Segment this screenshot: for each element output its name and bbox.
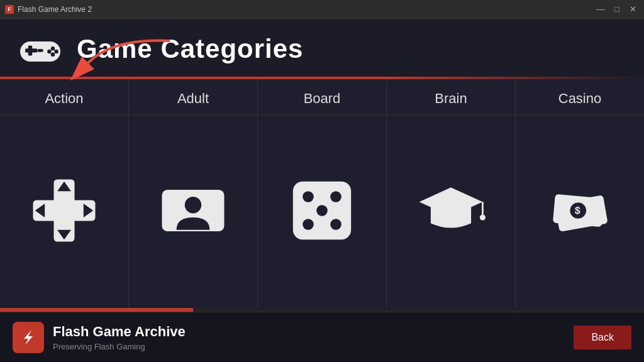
bottom-text: Flash Game Archive Preserving Flash Gami…: [53, 324, 186, 351]
svg-point-5: [54, 50, 58, 53]
window-title: Flash Game Archive 2: [18, 5, 92, 14]
page-title: Game Categories: [77, 34, 303, 64]
svg-point-20: [316, 205, 328, 216]
header: Game Categories: [0, 19, 644, 77]
svg-marker-23: [419, 187, 483, 216]
title-bar: F Flash Game Archive 2 — □ ✕: [0, 0, 644, 19]
title-bar-left: F Flash Game Archive 2: [5, 5, 92, 14]
category-action-label: Action: [0, 79, 128, 115]
svg-text:$: $: [574, 204, 581, 216]
svg-rect-2: [28, 45, 32, 55]
category-casino[interactable]: Casino $: [516, 79, 644, 308]
minimize-button[interactable]: —: [594, 5, 607, 13]
svg-point-22: [330, 219, 341, 230]
title-bar-controls: — □ ✕: [594, 5, 639, 13]
category-adult-label: Adult: [129, 79, 257, 115]
svg-point-21: [303, 219, 314, 230]
app-icon: F: [5, 5, 14, 14]
close-button[interactable]: ✕: [627, 5, 639, 13]
svg-point-4: [47, 50, 51, 53]
category-brain[interactable]: Brain: [387, 79, 516, 308]
flash-logo-icon: [13, 322, 44, 353]
category-brain-label: Brain: [387, 79, 515, 115]
dpad-icon: [30, 176, 99, 248]
controller-icon: [15, 30, 65, 68]
svg-point-6: [51, 53, 55, 57]
categories-grid: Action Adult: [0, 79, 644, 308]
maximize-button[interactable]: □: [612, 5, 622, 13]
category-casino-icon-area: $: [535, 115, 625, 308]
svg-point-3: [51, 47, 55, 50]
category-casino-label: Casino: [516, 79, 644, 115]
category-action[interactable]: Action: [0, 79, 129, 308]
progress-fill: [0, 308, 193, 312]
svg-point-25: [480, 214, 486, 220]
main-content: Game Categories Action: [0, 19, 644, 362]
svg-point-16: [185, 197, 201, 213]
progress-bar: [0, 308, 644, 312]
category-adult-icon-area: [148, 115, 238, 308]
svg-point-19: [330, 191, 341, 202]
dice-icon: [287, 176, 357, 248]
svg-marker-30: [24, 330, 33, 345]
bottom-left: Flash Game Archive Preserving Flash Gami…: [13, 322, 186, 353]
id-card-icon: [158, 176, 228, 248]
category-board-icon-area: [277, 115, 367, 308]
category-board[interactable]: Board: [258, 79, 387, 308]
category-brain-icon-area: [406, 115, 496, 308]
app-title: Flash Game Archive: [53, 324, 186, 340]
money-icon: $: [545, 176, 614, 248]
svg-rect-7: [37, 49, 43, 52]
category-adult[interactable]: Adult: [129, 79, 258, 308]
bottom-bar: Flash Game Archive Preserving Flash Gami…: [0, 312, 644, 362]
category-action-icon-area: [19, 115, 109, 308]
graduation-cap-icon: [416, 176, 486, 248]
category-board-label: Board: [258, 79, 386, 115]
svg-point-18: [303, 191, 314, 202]
back-button[interactable]: Back: [574, 326, 631, 349]
app-subtitle: Preserving Flash Gaming: [53, 342, 186, 351]
